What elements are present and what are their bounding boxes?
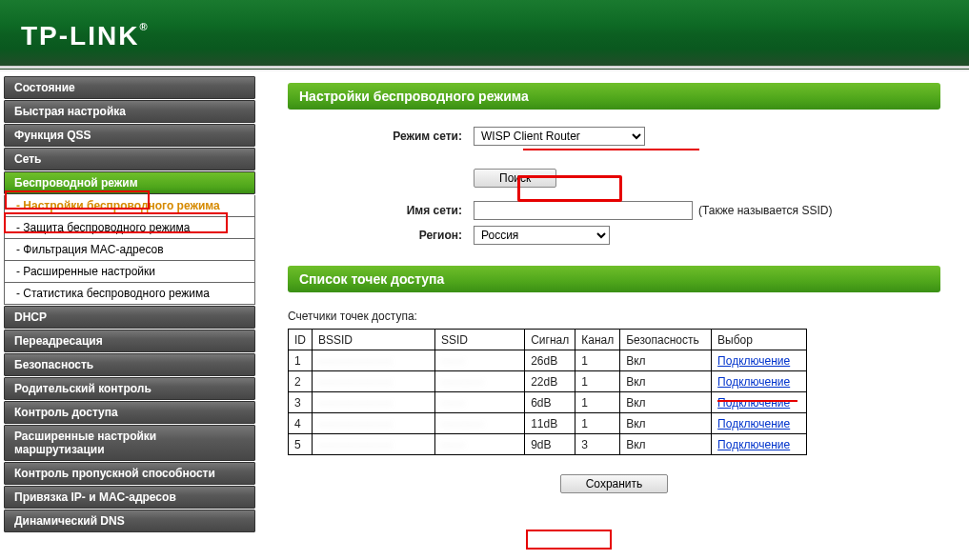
cell-signal: 6dB (525, 392, 575, 413)
header-divider (0, 66, 969, 69)
connect-link[interactable]: Подключение (717, 396, 790, 410)
section-title-aplist: Список точек доступа (288, 266, 940, 292)
cell-id: 4 (289, 413, 313, 434)
cell-security: Вкл (620, 434, 712, 455)
col-ssid: SSID (434, 330, 524, 350)
cell-channel: 1 (575, 350, 620, 371)
content: Настройки беспроводного режима Режим сет… (259, 71, 969, 560)
sidebar-item-14[interactable]: Контроль доступа (4, 401, 255, 424)
cell-security: Вкл (620, 371, 712, 392)
sidebar-item-15[interactable]: Расширенные настройки маршрутизации (4, 425, 255, 461)
cell-id: 2 (289, 371, 313, 392)
ap-row: 5· · · · · · · · · · · ·· · · ·9dB3ВклПо… (289, 434, 807, 455)
cell-ssid: · · · · (434, 350, 524, 371)
cell-choice: Подключение (712, 392, 807, 413)
mode-label: Режим сети: (288, 130, 474, 143)
cell-id: 3 (289, 392, 313, 413)
header: TP-LINK® (0, 0, 969, 71)
cell-channel: 3 (575, 434, 620, 455)
mode-select[interactable]: WISP Client Router (474, 127, 645, 146)
cell-bssid: · · · · · · · · · · · · (313, 350, 435, 371)
save-button[interactable]: Сохранить (560, 474, 669, 493)
connect-link[interactable]: Подключение (717, 375, 790, 389)
cell-id: 5 (289, 434, 313, 455)
sidebar-item-16[interactable]: Контроль пропускной способности (4, 462, 255, 485)
sidebar-item-11[interactable]: Переадресация (4, 330, 255, 352)
cell-choice: Подключение (712, 371, 807, 392)
cell-bssid: · · · · · · · · · · · · (313, 392, 435, 413)
cell-signal: 22dB (525, 371, 575, 392)
cell-channel: 1 (575, 371, 620, 392)
ssid-input[interactable] (474, 201, 693, 220)
cell-security: Вкл (620, 350, 712, 371)
ap-header-row: ID BSSID SSID Сигнал Канал Безопасность … (289, 330, 807, 350)
cell-ssid: · · · · · · · (434, 371, 524, 392)
cell-signal: 11dB (525, 413, 575, 434)
sidebar-item-7[interactable]: - Фильтрация MAC-адресов (4, 239, 255, 261)
sidebar-item-17[interactable]: Привязка IP- и MAC-адресов (4, 486, 255, 509)
connect-link[interactable]: Подключение (717, 438, 790, 451)
sidebar-item-9[interactable]: - Статистика беспроводного режима (4, 283, 255, 305)
region-label: Регион: (288, 229, 474, 242)
sidebar-item-13[interactable]: Родительский контроль (4, 377, 255, 400)
ap-row: 2· · · · · · · · · · · ·· · · · · · ·22d… (289, 371, 807, 392)
region-select[interactable]: Россия (474, 226, 610, 245)
sidebar-item-1[interactable]: Быстрая настройка (4, 100, 255, 123)
cell-choice: Подключение (712, 413, 807, 434)
ap-table: ID BSSID SSID Сигнал Канал Безопасность … (288, 329, 807, 455)
col-bssid: BSSID (313, 330, 435, 350)
cell-signal: 9dB (525, 434, 575, 455)
ap-row: 3· · · · · · · · · · · ·· · · ·6dB1ВклПо… (289, 392, 807, 413)
cell-signal: 26dB (525, 350, 575, 371)
cell-bssid: · · · · · · · · · · · · (313, 413, 435, 434)
cell-choice: Подключение (712, 434, 807, 455)
col-signal: Сигнал (525, 330, 575, 350)
col-channel: Канал (575, 330, 620, 350)
sidebar: СостояниеБыстрая настройкаФункция QSSСет… (0, 71, 259, 560)
cell-bssid: · · · · · · · · · · · · (313, 371, 435, 392)
sidebar-item-12[interactable]: Безопасность (4, 353, 255, 376)
sidebar-item-18[interactable]: Динамический DNS (4, 510, 255, 532)
col-choice: Выбор (712, 330, 807, 350)
ap-row: 1· · · · · · · · · · · ·· · · ·26dB1ВклП… (289, 350, 807, 371)
cell-id: 1 (289, 350, 313, 371)
ap-counters-label: Счетчики точек доступа: (288, 310, 940, 323)
ap-row: 4· · · · · · · · · · · ·· · · · · · ·11d… (289, 413, 807, 434)
ssid-label: Имя сети: (288, 204, 474, 217)
sidebar-item-0[interactable]: Состояние (4, 76, 255, 99)
sidebar-item-6[interactable]: - Защита беспроводного режима (4, 217, 255, 239)
cell-ssid: · · · · · · · (434, 413, 524, 434)
cell-ssid: · · · · (434, 434, 524, 455)
col-security: Безопасность (620, 330, 712, 350)
ssid-hint: (Также называется SSID) (698, 204, 832, 217)
cell-security: Вкл (620, 392, 712, 413)
col-id: ID (289, 330, 313, 350)
sidebar-item-8[interactable]: - Расширенные настройки (4, 261, 255, 283)
cell-security: Вкл (620, 413, 712, 434)
connect-link[interactable]: Подключение (717, 354, 790, 368)
cell-choice: Подключение (712, 350, 807, 371)
sidebar-item-3[interactable]: Сеть (4, 148, 255, 170)
cell-ssid: · · · · (434, 392, 524, 413)
search-button[interactable]: Поиск (474, 169, 556, 188)
sidebar-item-2[interactable]: Функция QSS (4, 124, 255, 147)
connect-link[interactable]: Подключение (717, 417, 790, 430)
section-title-wireless: Настройки беспроводного режима (288, 83, 940, 110)
logo: TP-LINK® (21, 21, 150, 51)
cell-bssid: · · · · · · · · · · · · (313, 434, 435, 455)
sidebar-item-4[interactable]: Беспроводной режим (4, 171, 255, 194)
sidebar-item-5[interactable]: - Настройки беспроводного режима (4, 195, 255, 217)
sidebar-item-10[interactable]: DHCP (4, 306, 255, 329)
cell-channel: 1 (575, 413, 620, 434)
cell-channel: 1 (575, 392, 620, 413)
